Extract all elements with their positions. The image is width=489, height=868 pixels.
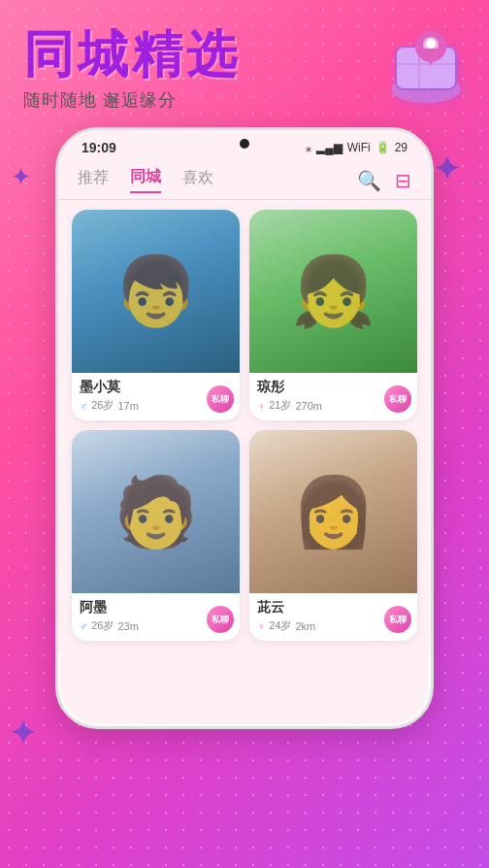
svg-point-8: [426, 39, 436, 49]
location-map-icon: [382, 19, 470, 107]
page-wrapper: ✦ ✦ ✦ 同城精选 随时随地 邂逅缘分: [0, 0, 489, 868]
signal-icon: ▂▄▆: [316, 141, 342, 154]
nav-actions: 🔍 ⊟: [357, 169, 411, 192]
camera-dot: [240, 139, 249, 149]
age-4: 24岁: [269, 618, 291, 633]
age-3: 26岁: [91, 618, 114, 633]
wifi-icon: WiFi: [347, 141, 371, 154]
chat-btn-3[interactable]: 私聊: [207, 606, 234, 633]
tab-recommend[interactable]: 推荐: [78, 168, 109, 192]
battery-level: 29: [395, 141, 408, 154]
chat-label-2: 私聊: [389, 393, 407, 406]
tab-like[interactable]: 喜欢: [182, 168, 213, 192]
chat-label-3: 私聊: [212, 614, 229, 626]
gender-icon-2: ♀: [257, 400, 265, 412]
sparkle-top-left: ✦: [12, 165, 29, 190]
gender-icon-3: ♂: [80, 620, 87, 632]
distance-4: 2km: [296, 620, 316, 632]
chat-label-4: 私聊: [389, 614, 407, 626]
main-title: 同城精选: [23, 27, 241, 83]
profile-grid: 👦 墨小莫 ♂ 26岁 17m 私聊 👧: [58, 200, 431, 651]
location-icon-wrap: [382, 19, 470, 107]
profile-photo-4: 👩: [249, 430, 417, 593]
tab-nearby[interactable]: 同城: [130, 167, 161, 193]
status-time: 19:09: [82, 140, 116, 155]
profile-info-2: 琼彤 ♀ 21岁 270m 私聊: [249, 373, 417, 420]
distance-3: 23m: [118, 620, 139, 632]
battery-icon: 🔋: [375, 141, 390, 154]
subtitle: 随时随地 邂逅缘分: [23, 88, 177, 112]
search-icon[interactable]: 🔍: [357, 169, 381, 192]
profile-card-4[interactable]: 👩 茈云 ♀ 24岁 2km 私聊: [249, 430, 417, 641]
distance-1: 17m: [118, 400, 139, 412]
age-1: 26岁: [91, 398, 114, 413]
status-icons: ⁎ ▂▄▆ WiFi 🔋 29: [306, 141, 408, 154]
camera-notch: [231, 130, 258, 157]
age-2: 21岁: [269, 398, 291, 413]
sparkle-top-right: ✦: [434, 150, 460, 187]
profile-info-4: 茈云 ♀ 24岁 2km 私聊: [249, 593, 417, 641]
profile-info-3: 阿墨 ♂ 26岁 23m 私聊: [72, 593, 240, 641]
profile-card-3[interactable]: 🧑 阿墨 ♂ 26岁 23m 私聊: [72, 430, 240, 641]
sparkle-bottom-left: ✦: [10, 715, 36, 751]
top-header: 同城精选 随时随地 邂逅缘分: [0, 0, 489, 121]
bluetooth-icon: ⁎: [306, 141, 311, 154]
profile-photo-1: 👦: [72, 210, 240, 373]
gender-icon-4: ♀: [257, 620, 265, 632]
chat-btn-4[interactable]: 私聊: [384, 606, 411, 633]
chat-label-1: 私聊: [212, 393, 229, 406]
chat-btn-2[interactable]: 私聊: [384, 385, 411, 413]
gender-icon-1: ♂: [80, 400, 87, 412]
filter-icon[interactable]: ⊟: [395, 169, 411, 192]
distance-2: 270m: [296, 400, 323, 412]
nav-tabs: 推荐 同城 喜欢 🔍 ⊟: [58, 159, 431, 200]
profile-card-2[interactable]: 👧 琼彤 ♀ 21岁 270m 私聊: [249, 210, 417, 420]
profile-photo-3: 🧑: [72, 430, 240, 593]
profile-photo-2: 👧: [249, 210, 417, 373]
profile-info-1: 墨小莫 ♂ 26岁 17m 私聊: [72, 373, 240, 420]
chat-btn-1[interactable]: 私聊: [207, 385, 234, 413]
profile-card-1[interactable]: 👦 墨小莫 ♂ 26岁 17m 私聊: [72, 210, 240, 420]
phone-frame: 19:09 ⁎ ▂▄▆ WiFi 🔋 29 推荐 同城 喜欢 🔍 ⊟: [55, 127, 434, 729]
